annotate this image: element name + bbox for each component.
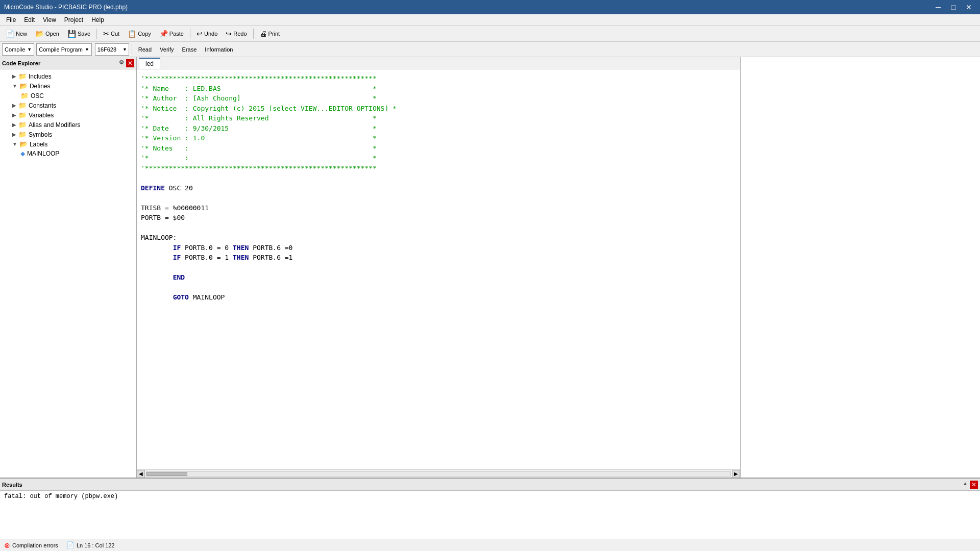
- titlebar: MicroCode Studio - PICBASIC PRO (led.pbp…: [0, 0, 980, 14]
- defines-arrow-icon: ▼: [12, 83, 17, 89]
- status-doc-icon: 📄: [66, 541, 75, 549]
- tree-item-constants[interactable]: ▶ 📁 Constants: [0, 101, 136, 110]
- information-button[interactable]: Information: [201, 43, 236, 56]
- explorer-header-controls: ⚙ ✕: [119, 59, 134, 67]
- compile-dropdown[interactable]: Compile ▼: [2, 43, 34, 56]
- code-editor[interactable]: '***************************************…: [137, 69, 740, 469]
- editor-area: led '***********************************…: [137, 57, 740, 478]
- symbols-folder-icon: 📁: [18, 131, 27, 138]
- tree-item-variables[interactable]: ▶ 📁 Variables: [0, 110, 136, 120]
- toolbar2: Compile ▼ Compile Program ▼ 16F628 16F87…: [0, 42, 980, 57]
- undo-button[interactable]: ↩ Undo: [193, 27, 221, 40]
- toolbar-separator-3: [253, 29, 254, 39]
- tree-item-includes[interactable]: ▶ 📁 Includes: [0, 71, 136, 81]
- read-button[interactable]: Read: [135, 43, 155, 56]
- tree-item-labels[interactable]: ▼ 📂 Labels: [0, 139, 136, 149]
- results-content: fatal: out of memory (pbpw.exe): [0, 491, 980, 539]
- includes-folder-icon: 📁: [18, 72, 27, 80]
- open-button[interactable]: 📂 Open: [32, 27, 63, 40]
- undo-icon: ↩: [197, 30, 203, 38]
- open-icon: 📂: [35, 30, 44, 38]
- labels-folder-icon: 📂: [19, 140, 28, 148]
- results-header-controls: ▲ ✕: [963, 481, 978, 489]
- copy-button[interactable]: 📋 Copy: [124, 27, 155, 40]
- new-button[interactable]: 📄 New: [2, 27, 31, 40]
- code-content: '***************************************…: [141, 73, 736, 303]
- save-button[interactable]: 💾 Save: [64, 27, 94, 40]
- tree-item-symbols[interactable]: ▶ 📁 Symbols: [0, 130, 136, 139]
- symbols-arrow-icon: ▶: [12, 132, 16, 137]
- read-label: Read: [138, 46, 152, 53]
- results-close-button[interactable]: ✕: [970, 481, 978, 489]
- copy-icon: 📋: [128, 30, 136, 38]
- toolbar-separator-1: [96, 29, 97, 39]
- menu-view[interactable]: View: [39, 15, 60, 24]
- results-title: Results: [2, 482, 22, 488]
- results-text: fatal: out of memory (pbpw.exe): [4, 493, 118, 500]
- status-error-icon: ⊗: [4, 541, 10, 549]
- status-position-label: Ln 16 : Col 122: [77, 542, 115, 548]
- alias-label: Alias and Modifiers: [29, 121, 80, 129]
- results-expand-icon[interactable]: ▲: [963, 481, 968, 489]
- explorer-settings-icon[interactable]: ⚙: [119, 59, 124, 67]
- maximize-button[interactable]: □: [946, 2, 961, 13]
- chip-select[interactable]: 16F628 16F877A 18F4550: [95, 43, 129, 56]
- constants-folder-icon: 📁: [18, 102, 27, 109]
- information-label: Information: [205, 46, 233, 53]
- left-panel: Code Explorer ⚙ ✕ ▶ 📁 Includes ▼ 📂 Defin…: [0, 57, 137, 478]
- tab-led-label: led: [145, 60, 154, 67]
- results-header: Results ▲ ✕: [0, 479, 980, 491]
- compile-arrow-icon: ▼: [27, 47, 32, 52]
- print-button[interactable]: 🖨 Print: [256, 27, 284, 40]
- mainloop-label: MAINLOOP: [27, 150, 59, 157]
- horizontal-scrollbar: ◀ ▶: [137, 469, 740, 478]
- redo-button[interactable]: ↪ Redo: [222, 27, 250, 40]
- variables-label: Variables: [29, 112, 54, 119]
- close-button[interactable]: ✕: [962, 2, 976, 13]
- status-position-item: 📄 Ln 16 : Col 122: [66, 541, 115, 549]
- compile-program-label: Compile Program: [39, 46, 83, 53]
- verify-button[interactable]: Verify: [156, 43, 178, 56]
- scroll-thumb[interactable]: [146, 472, 187, 476]
- alias-folder-icon: 📁: [18, 121, 27, 129]
- redo-icon: ↪: [226, 30, 232, 38]
- bottom-area: Results ▲ ✕ fatal: out of memory (pbpw.e…: [0, 478, 980, 539]
- tree-item-mainloop[interactable]: ◆ MAINLOOP: [0, 149, 136, 158]
- erase-button[interactable]: Erase: [179, 43, 201, 56]
- symbols-label: Symbols: [29, 131, 52, 138]
- menu-edit[interactable]: Edit: [20, 15, 39, 24]
- minimize-button[interactable]: ─: [931, 2, 945, 13]
- tab-led[interactable]: led: [139, 58, 160, 69]
- toolbar2-separator: [132, 44, 132, 55]
- menu-help[interactable]: Help: [87, 15, 108, 24]
- titlebar-controls: ─ □ ✕: [931, 2, 976, 13]
- scroll-right-button[interactable]: ▶: [732, 470, 740, 478]
- tree-item-defines[interactable]: ▼ 📂 Defines: [0, 81, 136, 91]
- scroll-left-button[interactable]: ◀: [137, 470, 145, 478]
- scroll-track[interactable]: [146, 471, 731, 477]
- paste-icon: 📌: [159, 30, 168, 38]
- tree-item-alias[interactable]: ▶ 📁 Alias and Modifiers: [0, 120, 136, 130]
- explorer-close-button[interactable]: ✕: [126, 59, 134, 67]
- defines-folder-icon: 📂: [19, 82, 28, 90]
- menubar: File Edit View Project Help: [0, 14, 980, 26]
- cut-icon: ✂: [103, 30, 109, 38]
- tabs-bar: led: [137, 57, 740, 69]
- print-icon: 🖨: [260, 30, 267, 38]
- toolbar: 📄 New 📂 Open 💾 Save ✂ Cut 📋 Copy 📌 Paste…: [0, 26, 980, 42]
- constants-label: Constants: [29, 102, 56, 109]
- alias-arrow-icon: ▶: [12, 122, 16, 128]
- menu-project[interactable]: Project: [60, 15, 87, 24]
- tree-item-osc[interactable]: 📁 OSC: [0, 91, 136, 101]
- compile-program-dropdown[interactable]: Compile Program ▼: [36, 43, 92, 56]
- chip-select-wrapper: 16F628 16F877A 18F4550: [95, 43, 129, 56]
- status-error-label: Compilation errors: [12, 542, 58, 548]
- erase-label: Erase: [182, 46, 197, 53]
- labels-arrow-icon: ▼: [12, 141, 17, 147]
- labels-label: Labels: [30, 141, 47, 148]
- menu-file[interactable]: File: [2, 15, 20, 24]
- paste-button[interactable]: 📌 Paste: [156, 27, 187, 40]
- cut-button[interactable]: ✂ Cut: [100, 27, 123, 40]
- toolbar-separator-2: [190, 29, 190, 39]
- save-icon: 💾: [67, 30, 76, 38]
